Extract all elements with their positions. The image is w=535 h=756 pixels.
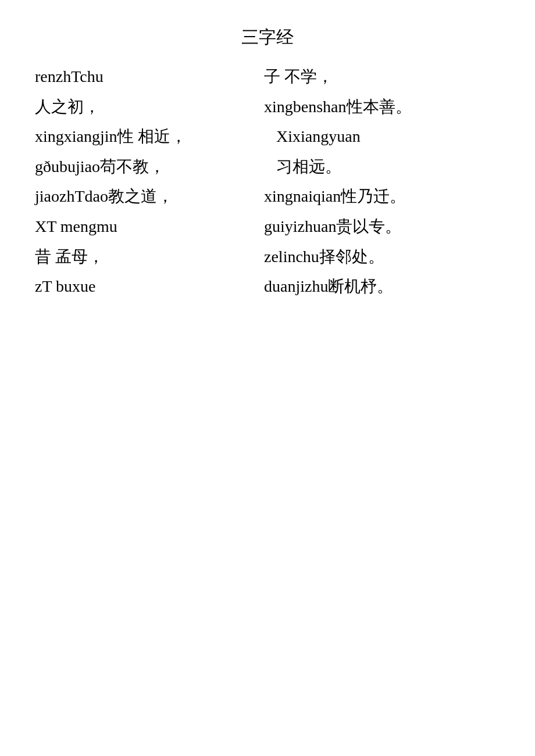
page: 三字经 renzhTchu 人之初， xingxiangjin性 相近， gðu… (0, 0, 535, 756)
list-item: XT mengmu (35, 213, 252, 241)
list-item: zelinchu择邻处。 (264, 243, 500, 271)
list-item: xingbenshan性本善。 (264, 93, 500, 121)
list-item: renzhTchu (35, 63, 252, 91)
list-item: xingnaiqian性乃迁。 (264, 182, 500, 210)
list-item: xingxiangjin性 相近， (35, 123, 252, 151)
right-block: 子 不学， xingbenshan性本善。 Xixiangyuan 习相远。 x… (264, 63, 500, 300)
list-item: 子 不学， (264, 63, 500, 91)
list-item: 昔 孟母， (35, 243, 252, 271)
left-column: renzhTchu 人之初， xingxiangjin性 相近， gðubuji… (35, 63, 258, 305)
right-column: 子 不学， xingbenshan性本善。 Xixiangyuan 习相远。 x… (258, 63, 500, 305)
list-item: jiaozhTdao教之道， (35, 182, 252, 210)
left-block: renzhTchu 人之初， xingxiangjin性 相近， gðubuji… (35, 63, 252, 300)
list-item: guiyizhuan贵以专。 (264, 213, 500, 241)
content-wrapper: renzhTchu 人之初， xingxiangjin性 相近， gðubuji… (35, 63, 500, 305)
page-title: 三字经 (35, 23, 500, 51)
list-item: Xixiangyuan (264, 123, 500, 151)
list-item: 习相远。 (264, 153, 500, 181)
list-item: gðubujiao苟不教， (35, 153, 252, 181)
list-item: 人之初， (35, 93, 252, 121)
list-item: zT buxue (35, 273, 252, 300)
list-item: duanjizhu断机杼。 (264, 273, 500, 300)
